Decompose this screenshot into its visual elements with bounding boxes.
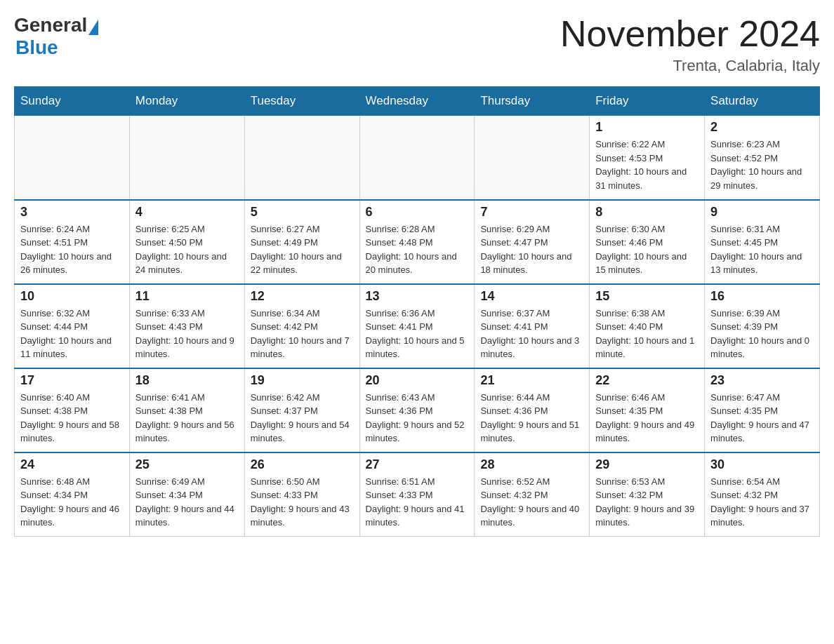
calendar-table: SundayMondayTuesdayWednesdayThursdayFrid… (14, 86, 820, 537)
calendar-cell (15, 116, 130, 200)
calendar-cell: 25Sunrise: 6:49 AMSunset: 4:34 PMDayligh… (129, 452, 244, 537)
title-block: November 2024 Trenta, Calabria, Italy (560, 14, 820, 75)
day-info: Sunrise: 6:34 AMSunset: 4:42 PMDaylight:… (251, 307, 354, 361)
calendar-cell (129, 116, 244, 200)
day-number: 6 (366, 205, 469, 220)
calendar-cell: 14Sunrise: 6:37 AMSunset: 4:41 PMDayligh… (475, 284, 590, 368)
calendar-cell: 2Sunrise: 6:23 AMSunset: 4:52 PMDaylight… (705, 116, 820, 200)
calendar-cell: 6Sunrise: 6:28 AMSunset: 4:48 PMDaylight… (359, 200, 475, 284)
day-info: Sunrise: 6:22 AMSunset: 4:53 PMDaylight:… (595, 137, 699, 192)
calendar-week-row: 1Sunrise: 6:22 AMSunset: 4:53 PMDaylight… (15, 116, 820, 200)
weekday-header-sunday: Sunday (15, 87, 130, 116)
calendar-cell: 17Sunrise: 6:40 AMSunset: 4:38 PMDayligh… (15, 368, 130, 452)
day-number: 27 (366, 457, 469, 472)
day-info: Sunrise: 6:47 AMSunset: 4:35 PMDaylight:… (710, 391, 814, 445)
day-number: 10 (20, 289, 124, 304)
calendar-cell: 5Sunrise: 6:27 AMSunset: 4:49 PMDaylight… (244, 200, 359, 284)
day-info: Sunrise: 6:51 AMSunset: 4:33 PMDaylight:… (366, 475, 469, 530)
day-info: Sunrise: 6:53 AMSunset: 4:32 PMDaylight:… (595, 475, 699, 530)
day-number: 7 (480, 205, 583, 220)
day-info: Sunrise: 6:24 AMSunset: 4:51 PMDaylight:… (20, 222, 124, 277)
day-number: 12 (251, 289, 354, 304)
weekday-header-thursday: Thursday (475, 87, 590, 116)
month-title: November 2024 (560, 14, 820, 54)
day-info: Sunrise: 6:32 AMSunset: 4:44 PMDaylight:… (20, 307, 124, 361)
logo-triangle-icon (88, 20, 98, 35)
day-number: 3 (20, 205, 124, 220)
day-number: 19 (251, 373, 354, 388)
calendar-week-row: 3Sunrise: 6:24 AMSunset: 4:51 PMDaylight… (15, 200, 820, 284)
calendar-cell: 26Sunrise: 6:50 AMSunset: 4:33 PMDayligh… (244, 452, 359, 537)
day-number: 4 (135, 205, 239, 220)
day-number: 9 (710, 205, 814, 220)
day-number: 11 (135, 289, 239, 304)
calendar-cell (475, 116, 590, 200)
day-number: 21 (480, 373, 583, 388)
calendar-cell: 1Sunrise: 6:22 AMSunset: 4:53 PMDaylight… (590, 116, 705, 200)
calendar-cell: 22Sunrise: 6:46 AMSunset: 4:35 PMDayligh… (590, 368, 705, 452)
weekday-header-friday: Friday (590, 87, 705, 116)
day-number: 17 (20, 373, 124, 388)
day-number: 24 (20, 457, 124, 472)
calendar-cell: 13Sunrise: 6:36 AMSunset: 4:41 PMDayligh… (359, 284, 475, 368)
logo: General Blue (14, 14, 98, 59)
weekday-header-monday: Monday (129, 87, 244, 116)
weekday-header-saturday: Saturday (705, 87, 820, 116)
day-number: 26 (251, 457, 354, 472)
day-number: 28 (480, 457, 583, 472)
calendar-week-row: 17Sunrise: 6:40 AMSunset: 4:38 PMDayligh… (15, 368, 820, 452)
day-info: Sunrise: 6:39 AMSunset: 4:39 PMDaylight:… (710, 307, 814, 361)
calendar-cell: 15Sunrise: 6:38 AMSunset: 4:40 PMDayligh… (590, 284, 705, 368)
page-header: General Blue November 2024 Trenta, Calab… (14, 14, 820, 75)
logo-blue-text: Blue (15, 36, 58, 59)
calendar-cell: 10Sunrise: 6:32 AMSunset: 4:44 PMDayligh… (15, 284, 130, 368)
day-info: Sunrise: 6:49 AMSunset: 4:34 PMDaylight:… (135, 475, 239, 530)
day-number: 30 (710, 457, 814, 472)
weekday-header-wednesday: Wednesday (359, 87, 475, 116)
calendar-cell: 18Sunrise: 6:41 AMSunset: 4:38 PMDayligh… (129, 368, 244, 452)
calendar-cell: 16Sunrise: 6:39 AMSunset: 4:39 PMDayligh… (705, 284, 820, 368)
day-number: 20 (366, 373, 469, 388)
day-info: Sunrise: 6:42 AMSunset: 4:37 PMDaylight:… (251, 391, 354, 445)
day-info: Sunrise: 6:46 AMSunset: 4:35 PMDaylight:… (595, 391, 699, 445)
weekday-header-row: SundayMondayTuesdayWednesdayThursdayFrid… (15, 87, 820, 116)
day-info: Sunrise: 6:50 AMSunset: 4:33 PMDaylight:… (251, 475, 354, 530)
calendar-cell (244, 116, 359, 200)
calendar-cell: 7Sunrise: 6:29 AMSunset: 4:47 PMDaylight… (475, 200, 590, 284)
day-info: Sunrise: 6:27 AMSunset: 4:49 PMDaylight:… (251, 222, 354, 277)
logo-general-text: General (14, 14, 87, 36)
calendar-week-row: 10Sunrise: 6:32 AMSunset: 4:44 PMDayligh… (15, 284, 820, 368)
calendar-cell (359, 116, 475, 200)
day-info: Sunrise: 6:48 AMSunset: 4:34 PMDaylight:… (20, 475, 124, 530)
day-info: Sunrise: 6:30 AMSunset: 4:46 PMDaylight:… (595, 222, 699, 277)
day-number: 22 (595, 373, 699, 388)
day-number: 2 (710, 120, 814, 135)
day-number: 14 (480, 289, 583, 304)
calendar-cell: 11Sunrise: 6:33 AMSunset: 4:43 PMDayligh… (129, 284, 244, 368)
day-number: 5 (251, 205, 354, 220)
calendar-cell: 4Sunrise: 6:25 AMSunset: 4:50 PMDaylight… (129, 200, 244, 284)
day-info: Sunrise: 6:40 AMSunset: 4:38 PMDaylight:… (20, 391, 124, 445)
calendar-week-row: 24Sunrise: 6:48 AMSunset: 4:34 PMDayligh… (15, 452, 820, 537)
day-info: Sunrise: 6:28 AMSunset: 4:48 PMDaylight:… (366, 222, 469, 277)
day-info: Sunrise: 6:31 AMSunset: 4:45 PMDaylight:… (710, 222, 814, 277)
day-info: Sunrise: 6:43 AMSunset: 4:36 PMDaylight:… (366, 391, 469, 445)
day-number: 29 (595, 457, 699, 472)
location-title: Trenta, Calabria, Italy (560, 57, 820, 75)
day-number: 1 (595, 120, 699, 135)
calendar-cell: 24Sunrise: 6:48 AMSunset: 4:34 PMDayligh… (15, 452, 130, 537)
day-info: Sunrise: 6:52 AMSunset: 4:32 PMDaylight:… (480, 475, 583, 530)
day-info: Sunrise: 6:23 AMSunset: 4:52 PMDaylight:… (710, 137, 814, 192)
calendar-cell: 23Sunrise: 6:47 AMSunset: 4:35 PMDayligh… (705, 368, 820, 452)
day-info: Sunrise: 6:44 AMSunset: 4:36 PMDaylight:… (480, 391, 583, 445)
calendar-cell: 20Sunrise: 6:43 AMSunset: 4:36 PMDayligh… (359, 368, 475, 452)
calendar-cell: 9Sunrise: 6:31 AMSunset: 4:45 PMDaylight… (705, 200, 820, 284)
day-info: Sunrise: 6:38 AMSunset: 4:40 PMDaylight:… (595, 307, 699, 361)
calendar-cell: 19Sunrise: 6:42 AMSunset: 4:37 PMDayligh… (244, 368, 359, 452)
day-info: Sunrise: 6:54 AMSunset: 4:32 PMDaylight:… (710, 475, 814, 530)
calendar-cell: 28Sunrise: 6:52 AMSunset: 4:32 PMDayligh… (475, 452, 590, 537)
day-number: 16 (710, 289, 814, 304)
day-info: Sunrise: 6:29 AMSunset: 4:47 PMDaylight:… (480, 222, 583, 277)
day-info: Sunrise: 6:25 AMSunset: 4:50 PMDaylight:… (135, 222, 239, 277)
calendar-cell: 27Sunrise: 6:51 AMSunset: 4:33 PMDayligh… (359, 452, 475, 537)
